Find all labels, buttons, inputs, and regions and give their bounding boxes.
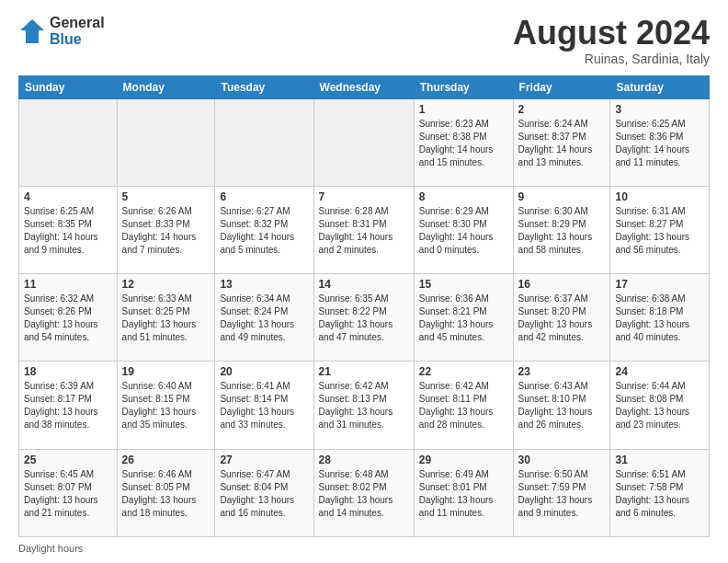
day-info: Sunrise: 6:49 AMSunset: 8:01 PMDaylight:… xyxy=(419,468,508,520)
calendar-cell-w2-d6: 17Sunrise: 6:38 AMSunset: 8:18 PMDayligh… xyxy=(610,274,710,362)
calendar-cell-w2-d2: 13Sunrise: 6:34 AMSunset: 8:24 PMDayligh… xyxy=(215,274,313,362)
calendar-cell-w2-d4: 15Sunrise: 6:36 AMSunset: 8:21 PMDayligh… xyxy=(414,274,513,362)
calendar-table: Sunday Monday Tuesday Wednesday Thursday… xyxy=(18,75,710,537)
footer: Daylight hours xyxy=(18,543,710,554)
day-info: Sunrise: 6:44 AMSunset: 8:08 PMDaylight:… xyxy=(615,380,704,431)
day-number: 9 xyxy=(518,190,606,203)
day-number: 17 xyxy=(615,278,704,291)
day-info: Sunrise: 6:47 AMSunset: 8:04 PMDaylight:… xyxy=(220,468,308,520)
month-year: August 2024 xyxy=(513,15,710,52)
day-number: 3 xyxy=(615,103,704,116)
calendar-cell-w2-d5: 16Sunrise: 6:37 AMSunset: 8:20 PMDayligh… xyxy=(513,274,610,362)
calendar-cell-w3-d5: 23Sunrise: 6:43 AMSunset: 8:10 PMDayligh… xyxy=(513,362,610,449)
calendar-cell-w3-d0: 18Sunrise: 6:39 AMSunset: 8:17 PMDayligh… xyxy=(19,362,118,449)
calendar-cell-w2-d0: 11Sunrise: 6:32 AMSunset: 8:26 PMDayligh… xyxy=(19,274,118,362)
day-info: Sunrise: 6:29 AMSunset: 8:30 PMDaylight:… xyxy=(419,205,508,257)
day-info: Sunrise: 6:27 AMSunset: 8:32 PMDaylight:… xyxy=(220,205,308,257)
day-info: Sunrise: 6:48 AMSunset: 8:02 PMDaylight:… xyxy=(319,468,409,520)
col-sunday: Sunday xyxy=(19,75,118,98)
calendar-cell-w1-d4: 8Sunrise: 6:29 AMSunset: 8:30 PMDaylight… xyxy=(414,186,513,273)
day-info: Sunrise: 6:40 AMSunset: 8:15 PMDaylight:… xyxy=(122,380,210,431)
day-number: 26 xyxy=(122,454,210,466)
day-number: 19 xyxy=(122,365,210,378)
day-number: 6 xyxy=(220,190,308,203)
logo-general-text: General xyxy=(50,15,105,31)
calendar-row-4: 25Sunrise: 6:45 AMSunset: 8:07 PMDayligh… xyxy=(19,449,710,536)
day-number: 11 xyxy=(24,278,112,291)
day-info: Sunrise: 6:30 AMSunset: 8:29 PMDaylight:… xyxy=(518,205,606,257)
day-number: 22 xyxy=(419,365,508,378)
day-number: 8 xyxy=(419,190,508,203)
day-number: 27 xyxy=(220,454,308,466)
day-number: 2 xyxy=(518,103,606,116)
day-number: 20 xyxy=(220,365,308,378)
day-info: Sunrise: 6:42 AMSunset: 8:13 PMDaylight:… xyxy=(319,380,409,431)
calendar-cell-w2-d3: 14Sunrise: 6:35 AMSunset: 8:22 PMDayligh… xyxy=(313,274,414,362)
day-number: 12 xyxy=(122,278,210,291)
day-info: Sunrise: 6:31 AMSunset: 8:27 PMDaylight:… xyxy=(615,205,704,257)
day-number: 4 xyxy=(24,190,112,203)
col-monday: Monday xyxy=(117,75,215,98)
page: General Blue August 2024 Ruinas, Sardini… xyxy=(0,0,728,563)
calendar-row-1: 4Sunrise: 6:25 AMSunset: 8:35 PMDaylight… xyxy=(19,186,710,273)
calendar-cell-w3-d6: 24Sunrise: 6:44 AMSunset: 8:08 PMDayligh… xyxy=(610,362,710,449)
day-number: 28 xyxy=(319,454,409,466)
calendar-cell-w3-d2: 20Sunrise: 6:41 AMSunset: 8:14 PMDayligh… xyxy=(215,362,313,449)
day-info: Sunrise: 6:42 AMSunset: 8:11 PMDaylight:… xyxy=(419,380,508,431)
day-info: Sunrise: 6:34 AMSunset: 8:24 PMDaylight:… xyxy=(220,293,308,344)
calendar-cell-w0-d6: 3Sunrise: 6:25 AMSunset: 8:36 PMDaylight… xyxy=(610,98,710,186)
day-info: Sunrise: 6:38 AMSunset: 8:18 PMDaylight:… xyxy=(615,293,704,344)
calendar-cell-w1-d0: 4Sunrise: 6:25 AMSunset: 8:35 PMDaylight… xyxy=(19,186,118,273)
day-number: 1 xyxy=(419,103,508,116)
day-number: 14 xyxy=(319,278,409,291)
calendar-cell-w0-d5: 2Sunrise: 6:24 AMSunset: 8:37 PMDaylight… xyxy=(513,98,610,186)
title-block: August 2024 Ruinas, Sardinia, Italy xyxy=(513,15,710,66)
col-thursday: Thursday xyxy=(414,75,513,98)
day-number: 13 xyxy=(220,278,308,291)
day-number: 10 xyxy=(615,190,704,203)
calendar-cell-w1-d2: 6Sunrise: 6:27 AMSunset: 8:32 PMDaylight… xyxy=(215,186,313,273)
calendar-header-row: Sunday Monday Tuesday Wednesday Thursday… xyxy=(19,75,710,98)
day-info: Sunrise: 6:45 AMSunset: 8:07 PMDaylight:… xyxy=(24,468,112,520)
calendar-row-3: 18Sunrise: 6:39 AMSunset: 8:17 PMDayligh… xyxy=(19,362,710,449)
calendar-cell-w4-d6: 31Sunrise: 6:51 AMSunset: 7:58 PMDayligh… xyxy=(610,449,710,536)
calendar-cell-w2-d1: 12Sunrise: 6:33 AMSunset: 8:25 PMDayligh… xyxy=(117,274,215,362)
day-info: Sunrise: 6:39 AMSunset: 8:17 PMDaylight:… xyxy=(24,380,112,431)
day-info: Sunrise: 6:50 AMSunset: 7:59 PMDaylight:… xyxy=(518,468,606,520)
day-info: Sunrise: 6:26 AMSunset: 8:33 PMDaylight:… xyxy=(122,205,210,257)
calendar-cell-w4-d2: 27Sunrise: 6:47 AMSunset: 8:04 PMDayligh… xyxy=(215,449,313,536)
day-info: Sunrise: 6:35 AMSunset: 8:22 PMDaylight:… xyxy=(319,293,409,344)
svg-marker-0 xyxy=(20,19,44,43)
day-info: Sunrise: 6:23 AMSunset: 8:38 PMDaylight:… xyxy=(419,118,508,169)
day-info: Sunrise: 6:28 AMSunset: 8:31 PMDaylight:… xyxy=(319,205,409,257)
calendar-cell-w4-d5: 30Sunrise: 6:50 AMSunset: 7:59 PMDayligh… xyxy=(513,449,610,536)
calendar-cell-w4-d4: 29Sunrise: 6:49 AMSunset: 8:01 PMDayligh… xyxy=(414,449,513,536)
logo-blue-text: Blue xyxy=(50,31,105,48)
calendar-cell-w0-d3 xyxy=(313,98,414,186)
day-number: 31 xyxy=(615,454,704,466)
location: Ruinas, Sardinia, Italy xyxy=(513,52,710,66)
day-number: 16 xyxy=(518,278,606,291)
day-number: 25 xyxy=(24,454,112,466)
calendar-cell-w1-d6: 10Sunrise: 6:31 AMSunset: 8:27 PMDayligh… xyxy=(610,186,710,273)
calendar-cell-w0-d0 xyxy=(19,98,118,186)
day-info: Sunrise: 6:25 AMSunset: 8:36 PMDaylight:… xyxy=(615,118,704,169)
calendar-cell-w3-d3: 21Sunrise: 6:42 AMSunset: 8:13 PMDayligh… xyxy=(313,362,414,449)
day-info: Sunrise: 6:33 AMSunset: 8:25 PMDaylight:… xyxy=(122,293,210,344)
day-info: Sunrise: 6:32 AMSunset: 8:26 PMDaylight:… xyxy=(24,293,112,344)
day-number: 24 xyxy=(615,365,704,378)
logo: General Blue xyxy=(18,15,105,47)
day-number: 29 xyxy=(419,454,508,466)
calendar-cell-w3-d4: 22Sunrise: 6:42 AMSunset: 8:11 PMDayligh… xyxy=(414,362,513,449)
col-tuesday: Tuesday xyxy=(215,75,313,98)
calendar-cell-w0-d2 xyxy=(215,98,313,186)
day-number: 7 xyxy=(319,190,409,203)
calendar-row-2: 11Sunrise: 6:32 AMSunset: 8:26 PMDayligh… xyxy=(19,274,710,362)
header: General Blue August 2024 Ruinas, Sardini… xyxy=(18,15,710,66)
day-info: Sunrise: 6:25 AMSunset: 8:35 PMDaylight:… xyxy=(24,205,112,257)
calendar-cell-w0-d4: 1Sunrise: 6:23 AMSunset: 8:38 PMDaylight… xyxy=(414,98,513,186)
day-number: 15 xyxy=(419,278,508,291)
logo-icon xyxy=(18,17,46,45)
calendar-cell-w4-d1: 26Sunrise: 6:46 AMSunset: 8:05 PMDayligh… xyxy=(117,449,215,536)
col-friday: Friday xyxy=(513,75,610,98)
